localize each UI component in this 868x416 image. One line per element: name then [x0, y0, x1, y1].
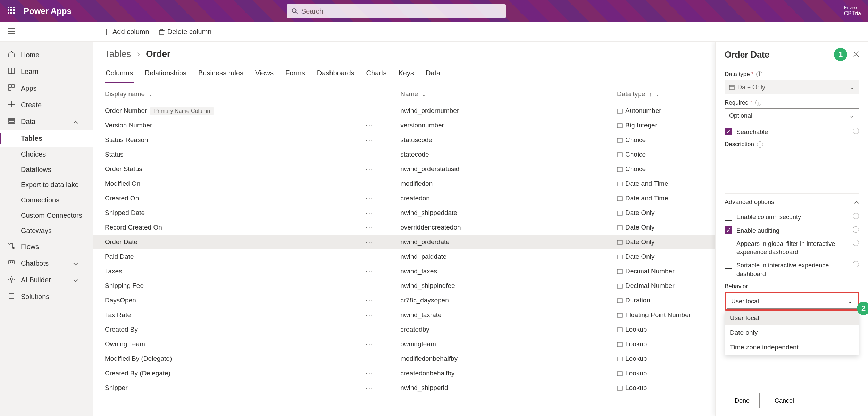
row-more-icon[interactable]: ··· — [361, 351, 396, 366]
row-more-icon[interactable]: ··· — [361, 293, 396, 308]
checkbox-auditing[interactable]: ✓ Enable auditing i — [725, 226, 859, 235]
nav-data[interactable]: Data — [0, 113, 93, 130]
row-more-icon[interactable]: ··· — [361, 322, 396, 337]
info-icon[interactable]: i — [853, 240, 859, 246]
info-icon[interactable]: i — [853, 128, 859, 134]
behavior-dropdown: User localDate onlyTime zone independent — [725, 310, 859, 355]
row-more-icon[interactable]: ··· — [361, 220, 396, 235]
nav-apps[interactable]: Apps — [0, 80, 93, 97]
tab-views[interactable]: Views — [254, 66, 274, 83]
row-more-icon[interactable]: ··· — [361, 381, 396, 395]
cancel-button[interactable]: Cancel — [765, 393, 804, 408]
tab-columns[interactable]: Columns — [105, 66, 134, 83]
close-icon[interactable] — [853, 51, 859, 59]
tab-forms[interactable]: Forms — [285, 66, 306, 83]
waffle-icon[interactable] — [0, 7, 22, 16]
svg-rect-43 — [617, 124, 622, 128]
info-icon[interactable]: i — [853, 213, 859, 219]
hamburger-icon[interactable] — [6, 28, 17, 36]
nav-ai-builder[interactable]: AI Builder — [0, 272, 93, 288]
tab-keys[interactable]: Keys — [398, 66, 414, 83]
info-icon[interactable]: i — [853, 226, 859, 233]
nav-flows[interactable]: Flows — [0, 238, 93, 255]
section-advanced-options[interactable]: Advanced options — [725, 193, 859, 208]
nav-dataflows[interactable]: Dataflows — [0, 162, 93, 177]
row-more-icon[interactable]: ··· — [361, 206, 396, 220]
tab-data[interactable]: Data — [425, 66, 441, 83]
svg-rect-0 — [8, 7, 9, 8]
done-button[interactable]: Done — [725, 393, 760, 408]
svg-rect-59 — [617, 357, 622, 361]
svg-rect-44 — [617, 138, 622, 142]
global-search[interactable]: Search — [287, 4, 506, 18]
row-more-icon[interactable]: ··· — [361, 103, 396, 118]
info-icon[interactable]: i — [756, 71, 762, 77]
nav-chatbots[interactable]: Chatbots — [0, 255, 93, 272]
svg-rect-42 — [617, 109, 622, 113]
add-column-button[interactable]: Add column — [103, 28, 149, 36]
row-more-icon[interactable]: ··· — [361, 235, 396, 249]
tab-relationships[interactable]: Relationships — [144, 66, 187, 83]
delete-column-button[interactable]: Delete column — [159, 28, 212, 36]
tab-dashboards[interactable]: Dashboards — [316, 66, 355, 83]
row-more-icon[interactable]: ··· — [361, 249, 396, 264]
svg-rect-61 — [617, 386, 622, 390]
tab-business-rules[interactable]: Business rules — [198, 66, 244, 83]
row-more-icon[interactable]: ··· — [361, 133, 396, 147]
info-icon[interactable]: i — [853, 261, 859, 267]
nav-home[interactable]: Home — [0, 47, 93, 63]
nav-connections[interactable]: Connections — [0, 192, 93, 208]
tab-charts[interactable]: Charts — [366, 66, 387, 83]
row-more-icon[interactable]: ··· — [361, 264, 396, 278]
row-more-icon[interactable]: ··· — [361, 366, 396, 381]
environment-picker[interactable]: Enviro CBTria — [844, 5, 861, 17]
behavior-option[interactable]: Time zone independent — [725, 340, 859, 355]
header-display-name[interactable]: Display name ⌄ — [93, 83, 361, 103]
checkbox-searchable[interactable]: ✓ Searchable i — [725, 128, 859, 136]
cell-display-name: Status — [93, 147, 361, 162]
svg-rect-58 — [617, 342, 622, 347]
row-more-icon[interactable]: ··· — [361, 337, 396, 351]
cell-display-name: Tax Rate — [93, 308, 361, 322]
row-more-icon[interactable]: ··· — [361, 118, 396, 133]
nav-tables[interactable]: Tables — [0, 130, 93, 147]
row-more-icon[interactable]: ··· — [361, 308, 396, 322]
cell-name: nwind_taxes — [396, 264, 613, 278]
info-icon[interactable]: i — [755, 100, 761, 106]
behavior-option[interactable]: Date only — [725, 325, 859, 340]
nav-create[interactable]: Create — [0, 97, 93, 113]
info-icon[interactable]: i — [757, 141, 763, 148]
svg-rect-47 — [617, 182, 622, 186]
svg-line-10 — [296, 12, 298, 14]
row-more-icon[interactable]: ··· — [361, 176, 396, 191]
nav-gateways[interactable]: Gateways — [0, 223, 93, 238]
row-more-icon[interactable]: ··· — [361, 147, 396, 162]
textarea-description[interactable] — [725, 150, 859, 188]
header-name[interactable]: Name ⌄ — [396, 83, 613, 103]
checkbox-column-security[interactable]: Enable column security i — [725, 213, 859, 221]
svg-rect-2 — [13, 7, 15, 8]
nav-choices[interactable]: Choices — [0, 147, 93, 162]
svg-rect-51 — [617, 240, 622, 244]
select-behavior[interactable]: User local ⌄ — [727, 294, 857, 309]
behavior-option[interactable]: User local — [725, 311, 859, 325]
svg-rect-33 — [9, 260, 14, 264]
nav-export-data-lake[interactable]: Export to data lake — [0, 177, 93, 192]
breadcrumb-root[interactable]: Tables — [105, 49, 131, 59]
app-brand[interactable]: Power Apps — [24, 6, 72, 16]
checkbox-sortable-dashboard[interactable]: Sortable in interactive experience dashb… — [725, 261, 859, 278]
select-required[interactable]: Optional ⌄ — [725, 108, 859, 123]
svg-point-34 — [10, 262, 11, 263]
nav-learn[interactable]: Learn — [0, 63, 93, 80]
cell-display-name: Shipping Fee — [93, 278, 361, 293]
svg-rect-30 — [9, 123, 14, 124]
row-more-icon[interactable]: ··· — [361, 162, 396, 176]
row-more-icon[interactable]: ··· — [361, 278, 396, 293]
nav-custom-connectors[interactable]: Custom Connectors — [0, 208, 93, 223]
svg-rect-56 — [617, 313, 622, 317]
checkbox-global-filter[interactable]: Appears in global filter in interactive … — [725, 240, 859, 257]
row-more-icon[interactable]: ··· — [361, 191, 396, 206]
svg-point-31 — [9, 243, 10, 244]
nav-solutions[interactable]: Solutions — [0, 288, 93, 305]
app-header: Power Apps Search Enviro CBTria — [0, 0, 868, 22]
